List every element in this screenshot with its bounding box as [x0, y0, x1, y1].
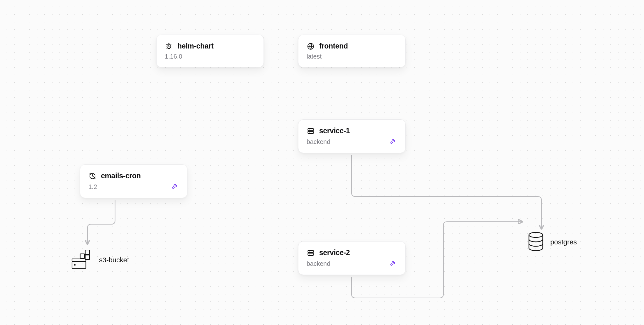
svg-rect-14 — [72, 259, 86, 261]
cron-icon — [88, 172, 97, 180]
svg-text:HELM: HELM — [167, 45, 171, 47]
node-title: frontend — [319, 42, 348, 50]
node-subtitle: latest — [307, 53, 322, 60]
server-icon — [307, 249, 315, 257]
svg-rect-17 — [85, 250, 90, 254]
svg-point-12 — [309, 254, 309, 254]
node-title: emails-cron — [101, 172, 141, 180]
helm-icon: HELM — [165, 42, 173, 50]
svg-point-15 — [74, 264, 76, 266]
node-title: helm-chart — [177, 42, 214, 50]
node-title: service-2 — [319, 248, 350, 257]
svg-rect-9 — [308, 250, 314, 253]
node-service-2[interactable]: service-2 backend — [298, 241, 406, 275]
node-emails-cron[interactable]: emails-cron 1.2 — [80, 164, 187, 198]
node-title: service-1 — [319, 127, 350, 135]
svg-point-19 — [529, 232, 543, 237]
node-helm-chart[interactable]: HELM helm-chart 1.16.0 — [156, 35, 264, 67]
server-icon — [307, 127, 315, 135]
node-subtitle: backend — [307, 260, 330, 267]
svg-rect-5 — [308, 131, 314, 134]
svg-point-6 — [309, 129, 309, 130]
svg-point-7 — [309, 132, 309, 133]
svg-rect-16 — [80, 254, 85, 258]
wrench-icon — [390, 138, 397, 146]
s3-bucket-icon — [71, 249, 93, 271]
node-subtitle: 1.2 — [88, 183, 97, 191]
resource-postgres[interactable]: postgres — [527, 232, 577, 253]
database-icon — [527, 232, 545, 253]
svg-point-11 — [309, 251, 309, 252]
resource-label: s3-bucket — [99, 256, 129, 264]
resource-label: postgres — [550, 238, 577, 246]
resource-s3-bucket[interactable]: s3-bucket — [71, 249, 129, 271]
wrench-icon — [171, 183, 178, 191]
node-service-1[interactable]: service-1 backend — [298, 119, 406, 153]
svg-rect-4 — [308, 128, 314, 131]
globe-icon — [307, 42, 315, 50]
wrench-icon — [390, 259, 397, 268]
svg-rect-10 — [308, 253, 314, 255]
svg-rect-18 — [85, 255, 90, 259]
node-subtitle: backend — [307, 138, 330, 145]
node-frontend[interactable]: frontend latest — [298, 35, 406, 67]
svg-point-2 — [169, 48, 169, 49]
node-subtitle: 1.16.0 — [165, 53, 182, 60]
